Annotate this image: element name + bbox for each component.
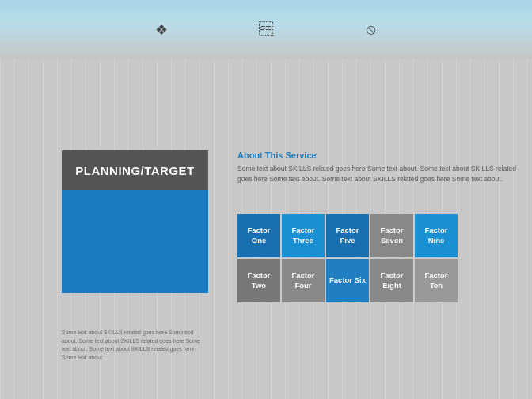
number-icon: ❖ bbox=[153, 21, 170, 39]
facebook-icon:  bbox=[257, 21, 275, 39]
top-bar: ❖  ⦸ bbox=[0, 0, 532, 59]
top-icons: ❖  ⦸ bbox=[0, 0, 532, 59]
about-section: About This Service Some text about SKILL… bbox=[238, 150, 519, 184]
grid-cell-factor-nine[interactable]: Factor Nine bbox=[415, 214, 458, 257]
about-text: Some text about SKILLS related goes here… bbox=[238, 164, 519, 184]
content-area: PLANNING/TARGET About This Service Some … bbox=[0, 59, 532, 399]
grid-cell-factor-ten[interactable]: Factor Ten bbox=[415, 259, 458, 302]
grid-row-2: Factor Two Factor Four Factor Six Factor… bbox=[238, 259, 519, 302]
grid-row-1: Factor One Factor Three Factor Five Fact… bbox=[238, 214, 519, 257]
about-title: About This Service bbox=[238, 150, 519, 160]
planning-box: PLANNING/TARGET bbox=[62, 150, 208, 190]
grid-cell-factor-one[interactable]: Factor One bbox=[238, 214, 280, 257]
left-image-box bbox=[62, 190, 208, 293]
grid-cell-factor-three[interactable]: Factor Three bbox=[282, 214, 325, 257]
fingerprint-icon: ⦸ bbox=[362, 21, 379, 39]
grid-cell-factor-six[interactable]: Factor Six bbox=[326, 259, 369, 302]
grid-cell-factor-four[interactable]: Factor Four bbox=[282, 259, 325, 302]
bottom-text: Some text about SKILLS related goes here… bbox=[62, 329, 208, 362]
planning-title: PLANNING/TARGET bbox=[75, 164, 195, 177]
grid-cell-factor-five[interactable]: Factor Five bbox=[326, 214, 369, 257]
grid-section: Factor One Factor Three Factor Five Fact… bbox=[238, 214, 519, 304]
grid-cell-factor-eight[interactable]: Factor Eight bbox=[370, 259, 413, 302]
grid-cell-factor-seven[interactable]: Factor Seven bbox=[370, 214, 413, 257]
grid-cell-factor-two[interactable]: Factor Two bbox=[238, 259, 280, 302]
